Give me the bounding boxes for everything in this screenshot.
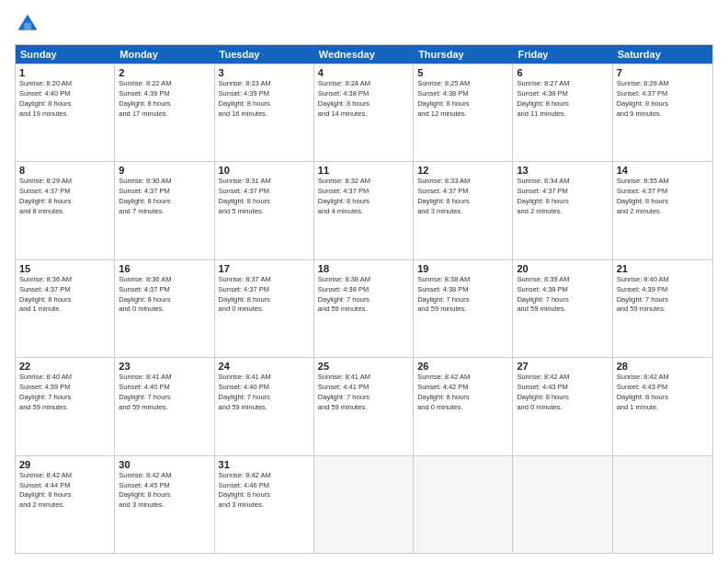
day-cell-4: 4Sunrise: 8:24 AM Sunset: 4:38 PM Daylig…	[314, 64, 414, 161]
day-number: 1	[19, 67, 110, 78]
empty-cell	[414, 456, 513, 553]
day-cell-29: 29Sunrise: 8:42 AM Sunset: 4:44 PM Dayli…	[16, 456, 115, 553]
day-number: 26	[417, 361, 508, 372]
day-number: 8	[19, 165, 110, 176]
day-info: Sunrise: 8:37 AM Sunset: 4:37 PM Dayligh…	[219, 275, 310, 316]
day-info: Sunrise: 8:41 AM Sunset: 4:41 PM Dayligh…	[318, 373, 409, 413]
day-info: Sunrise: 8:29 AM Sunset: 4:37 PM Dayligh…	[19, 177, 110, 217]
day-cell-22: 22Sunrise: 8:40 AM Sunset: 4:39 PM Dayli…	[16, 358, 115, 454]
day-number: 6	[517, 67, 608, 78]
day-number: 9	[119, 165, 210, 176]
day-header-sunday: Sunday	[16, 45, 115, 63]
day-cell-21: 21Sunrise: 8:40 AM Sunset: 4:39 PM Dayli…	[613, 260, 712, 357]
day-info: Sunrise: 8:35 AM Sunset: 4:37 PM Dayligh…	[617, 177, 709, 217]
day-number: 19	[417, 263, 508, 274]
day-cell-31: 31Sunrise: 8:42 AM Sunset: 4:46 PM Dayli…	[215, 456, 314, 553]
day-number: 10	[219, 165, 310, 176]
day-number: 18	[318, 263, 409, 274]
day-info: Sunrise: 8:34 AM Sunset: 4:37 PM Dayligh…	[517, 177, 608, 217]
day-cell-30: 30Sunrise: 8:42 AM Sunset: 4:45 PM Dayli…	[115, 456, 214, 553]
day-header-thursday: Thursday	[414, 45, 513, 63]
day-number: 3	[219, 67, 310, 78]
day-number: 20	[517, 263, 608, 274]
calendar-row-5: 29Sunrise: 8:42 AM Sunset: 4:44 PM Dayli…	[16, 455, 712, 553]
day-info: Sunrise: 8:40 AM Sunset: 4:39 PM Dayligh…	[617, 275, 709, 316]
day-header-tuesday: Tuesday	[215, 45, 314, 63]
day-info: Sunrise: 8:40 AM Sunset: 4:39 PM Dayligh…	[19, 373, 110, 413]
day-cell-20: 20Sunrise: 8:39 AM Sunset: 4:38 PM Dayli…	[513, 260, 612, 357]
day-cell-9: 9Sunrise: 8:30 AM Sunset: 4:37 PM Daylig…	[115, 162, 214, 259]
day-cell-17: 17Sunrise: 8:37 AM Sunset: 4:37 PM Dayli…	[215, 260, 314, 357]
day-cell-24: 24Sunrise: 8:41 AM Sunset: 4:40 PM Dayli…	[215, 358, 314, 454]
day-info: Sunrise: 8:32 AM Sunset: 4:37 PM Dayligh…	[318, 177, 409, 217]
day-info: Sunrise: 8:33 AM Sunset: 4:37 PM Dayligh…	[417, 177, 508, 217]
day-info: Sunrise: 8:30 AM Sunset: 4:37 PM Dayligh…	[119, 177, 210, 217]
day-cell-14: 14Sunrise: 8:35 AM Sunset: 4:37 PM Dayli…	[613, 162, 712, 259]
empty-cell	[513, 456, 612, 553]
header	[15, 11, 713, 37]
calendar: SundayMondayTuesdayWednesdayThursdayFrid…	[15, 44, 713, 554]
day-cell-25: 25Sunrise: 8:41 AM Sunset: 4:41 PM Dayli…	[314, 358, 414, 454]
day-number: 15	[19, 263, 110, 274]
day-number: 7	[617, 67, 709, 78]
day-cell-23: 23Sunrise: 8:41 AM Sunset: 4:40 PM Dayli…	[115, 358, 214, 454]
day-info: Sunrise: 8:42 AM Sunset: 4:45 PM Dayligh…	[119, 471, 210, 511]
day-number: 22	[19, 361, 110, 372]
logo-icon	[15, 11, 40, 37]
logo	[15, 11, 44, 37]
page: SundayMondayTuesdayWednesdayThursdayFrid…	[0, 0, 728, 563]
day-cell-7: 7Sunrise: 8:28 AM Sunset: 4:37 PM Daylig…	[613, 64, 712, 161]
day-info: Sunrise: 8:31 AM Sunset: 4:37 PM Dayligh…	[219, 177, 310, 217]
day-info: Sunrise: 8:41 AM Sunset: 4:40 PM Dayligh…	[119, 373, 210, 413]
day-number: 17	[219, 263, 310, 274]
day-info: Sunrise: 8:41 AM Sunset: 4:40 PM Dayligh…	[219, 373, 310, 413]
day-cell-18: 18Sunrise: 8:38 AM Sunset: 4:38 PM Dayli…	[314, 260, 414, 357]
day-number: 27	[517, 361, 608, 372]
day-cell-12: 12Sunrise: 8:33 AM Sunset: 4:37 PM Dayli…	[414, 162, 513, 259]
day-cell-5: 5Sunrise: 8:25 AM Sunset: 4:38 PM Daylig…	[414, 64, 513, 161]
day-number: 11	[318, 165, 409, 176]
day-header-saturday: Saturday	[613, 45, 712, 63]
day-number: 28	[617, 361, 709, 372]
day-info: Sunrise: 8:25 AM Sunset: 4:38 PM Dayligh…	[417, 79, 508, 120]
svg-rect-2	[24, 23, 30, 29]
day-header-friday: Friday	[513, 45, 612, 63]
day-info: Sunrise: 8:27 AM Sunset: 4:38 PM Dayligh…	[517, 79, 608, 120]
day-number: 13	[517, 165, 608, 176]
calendar-row-4: 22Sunrise: 8:40 AM Sunset: 4:39 PM Dayli…	[16, 357, 712, 454]
day-info: Sunrise: 8:28 AM Sunset: 4:37 PM Dayligh…	[617, 79, 709, 120]
day-number: 12	[417, 165, 508, 176]
day-cell-13: 13Sunrise: 8:34 AM Sunset: 4:37 PM Dayli…	[513, 162, 612, 259]
day-cell-28: 28Sunrise: 8:42 AM Sunset: 4:43 PM Dayli…	[613, 358, 712, 454]
day-info: Sunrise: 8:20 AM Sunset: 4:40 PM Dayligh…	[19, 79, 110, 120]
day-number: 21	[617, 263, 709, 274]
day-header-wednesday: Wednesday	[314, 45, 414, 63]
day-info: Sunrise: 8:42 AM Sunset: 4:44 PM Dayligh…	[19, 471, 110, 511]
day-number: 5	[417, 67, 508, 78]
day-number: 30	[119, 459, 210, 470]
day-info: Sunrise: 8:38 AM Sunset: 4:38 PM Dayligh…	[417, 275, 508, 316]
day-info: Sunrise: 8:24 AM Sunset: 4:38 PM Dayligh…	[318, 79, 409, 120]
day-cell-15: 15Sunrise: 8:36 AM Sunset: 4:37 PM Dayli…	[16, 260, 115, 357]
day-info: Sunrise: 8:36 AM Sunset: 4:37 PM Dayligh…	[19, 275, 110, 316]
calendar-row-3: 15Sunrise: 8:36 AM Sunset: 4:37 PM Dayli…	[16, 259, 712, 357]
day-cell-2: 2Sunrise: 8:22 AM Sunset: 4:39 PM Daylig…	[115, 64, 214, 161]
day-cell-6: 6Sunrise: 8:27 AM Sunset: 4:38 PM Daylig…	[513, 64, 612, 161]
calendar-row-2: 8Sunrise: 8:29 AM Sunset: 4:37 PM Daylig…	[16, 161, 712, 259]
day-number: 2	[119, 67, 210, 78]
day-cell-10: 10Sunrise: 8:31 AM Sunset: 4:37 PM Dayli…	[215, 162, 314, 259]
day-cell-19: 19Sunrise: 8:38 AM Sunset: 4:38 PM Dayli…	[414, 260, 513, 357]
day-header-monday: Monday	[115, 45, 214, 63]
day-cell-1: 1Sunrise: 8:20 AM Sunset: 4:40 PM Daylig…	[16, 64, 115, 161]
empty-cell	[314, 456, 414, 553]
day-number: 4	[318, 67, 409, 78]
day-info: Sunrise: 8:42 AM Sunset: 4:46 PM Dayligh…	[219, 471, 310, 511]
day-cell-8: 8Sunrise: 8:29 AM Sunset: 4:37 PM Daylig…	[16, 162, 115, 259]
calendar-header: SundayMondayTuesdayWednesdayThursdayFrid…	[16, 45, 712, 63]
day-number: 14	[617, 165, 709, 176]
day-number: 16	[119, 263, 210, 274]
day-info: Sunrise: 8:42 AM Sunset: 4:42 PM Dayligh…	[417, 373, 508, 413]
day-number: 25	[318, 361, 409, 372]
day-number: 23	[119, 361, 210, 372]
calendar-row-1: 1Sunrise: 8:20 AM Sunset: 4:40 PM Daylig…	[16, 63, 712, 161]
